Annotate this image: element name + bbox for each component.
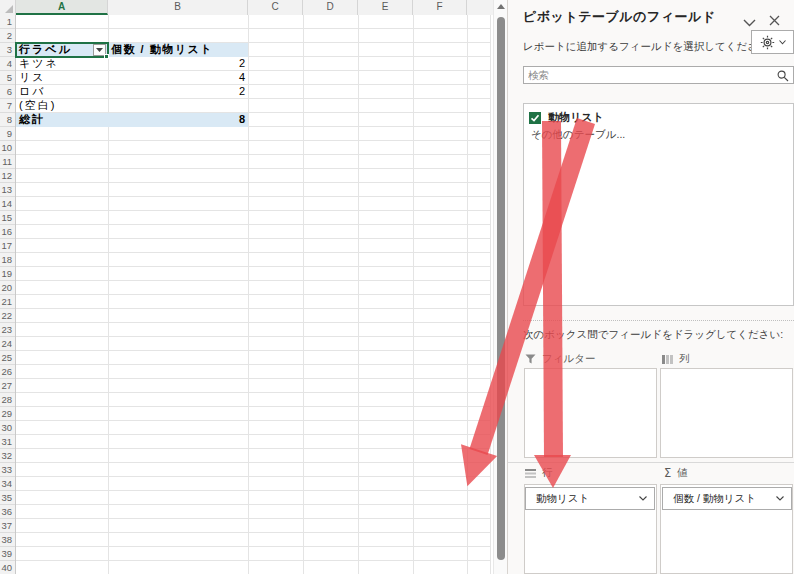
pivot-row-label[interactable]: キツネ (16, 57, 108, 71)
row-header-35[interactable]: 35 (0, 491, 15, 505)
filters-drop-area[interactable] (524, 368, 657, 458)
row-header-20[interactable]: 20 (0, 281, 15, 295)
chevron-down-icon[interactable] (776, 496, 791, 501)
row-header-38[interactable]: 38 (0, 533, 15, 547)
pivot-grand-total-label[interactable]: 総計 (16, 113, 108, 127)
row-header-40[interactable]: 40 (0, 561, 15, 574)
areas-divider (508, 462, 794, 463)
tools-button[interactable] (751, 30, 794, 54)
search-input[interactable] (528, 68, 773, 82)
pivot-value[interactable]: 4 (108, 71, 248, 85)
rows-field-pill[interactable]: 動物リスト (525, 487, 655, 510)
scroll-up-icon[interactable] (497, 4, 505, 9)
row-header-33[interactable]: 33 (0, 463, 15, 477)
row-header-31[interactable]: 31 (0, 435, 15, 449)
pivot-value[interactable]: 2 (108, 57, 248, 71)
drag-instruction: 次のボックス間でフィールドをドラッグしてください: (523, 328, 783, 342)
row-header-37[interactable]: 37 (0, 519, 15, 533)
select-all-triangle-icon (5, 5, 13, 13)
row-header-16[interactable]: 16 (0, 225, 15, 239)
row-header-6[interactable]: 6 (0, 85, 15, 99)
row-header-8[interactable]: 8 (0, 113, 15, 127)
excel-window: A B C D E F 1234567891011121314151617181… (0, 0, 794, 574)
row-header-10[interactable]: 10 (0, 141, 15, 155)
row-header-13[interactable]: 13 (0, 183, 15, 197)
pivot-row-label[interactable]: (空白) (16, 99, 108, 113)
worksheet: A B C D E F 1234567891011121314151617181… (0, 0, 493, 574)
row-header-27[interactable]: 27 (0, 379, 15, 393)
row-header-29[interactable]: 29 (0, 407, 15, 421)
row-header-25[interactable]: 25 (0, 351, 15, 365)
pane-close-button[interactable] (769, 12, 781, 24)
row-header-14[interactable]: 14 (0, 197, 15, 211)
column-header-b[interactable]: B (108, 0, 248, 15)
columns-area-label: 列 (662, 352, 690, 366)
field-item-label: 動物リスト (548, 110, 604, 125)
columns-drop-area[interactable] (660, 368, 793, 458)
chevron-down-icon[interactable] (639, 496, 654, 501)
row-header-26[interactable]: 26 (0, 365, 15, 379)
columns-icon (662, 355, 673, 364)
filters-area-label: フィルター (525, 352, 595, 366)
filters-area-text: フィルター (542, 352, 595, 366)
gear-icon (760, 35, 775, 50)
row-header-21[interactable]: 21 (0, 295, 15, 309)
rows-area-label: 行 (525, 466, 553, 480)
row-header-7[interactable]: 7 (0, 99, 15, 113)
field-item-animal-list[interactable]: 動物リスト (529, 110, 604, 125)
check-icon (530, 113, 540, 123)
fill-handle[interactable] (104, 54, 109, 59)
row-header-36[interactable]: 36 (0, 505, 15, 519)
row-header-3[interactable]: 3 (0, 43, 15, 57)
row-header-17[interactable]: 17 (0, 239, 15, 253)
sheet-vertical-scrollbar[interactable] (493, 0, 507, 574)
pivot-value[interactable] (108, 99, 248, 113)
row-header-11[interactable]: 11 (0, 155, 15, 169)
row-header-22[interactable]: 22 (0, 309, 15, 323)
row-header-1[interactable]: 1 (0, 15, 15, 29)
gridline (413, 15, 414, 574)
values-field-pill[interactable]: 個数 / 動物リスト (662, 487, 792, 510)
gridline (467, 15, 468, 574)
row-header-18[interactable]: 18 (0, 253, 15, 267)
pane-divider (523, 320, 794, 321)
pane-subtitle: レポートに追加するフィールドを選択してください: (523, 40, 772, 54)
row-header-5[interactable]: 5 (0, 71, 15, 85)
row-header-4[interactable]: 4 (0, 57, 15, 71)
row-header-19[interactable]: 19 (0, 267, 15, 281)
row-header-15[interactable]: 15 (0, 211, 15, 225)
gridline (490, 15, 491, 574)
search-icon[interactable] (777, 70, 789, 82)
column-header-partial[interactable] (467, 0, 493, 15)
row-header-32[interactable]: 32 (0, 449, 15, 463)
pane-collapse-button[interactable] (743, 13, 757, 23)
column-headers: A B C D E F (0, 0, 493, 15)
row-headers[interactable]: 1234567891011121314151617181920212223242… (0, 15, 16, 574)
row-header-28[interactable]: 28 (0, 393, 15, 407)
row-header-12[interactable]: 12 (0, 169, 15, 183)
field-checkbox-checked[interactable] (529, 112, 541, 124)
column-header-a[interactable]: A (16, 0, 108, 15)
pane-title: ピボットテーブルのフィールド (523, 8, 716, 26)
column-header-c[interactable]: C (248, 0, 303, 15)
pivot-value[interactable]: 2 (108, 85, 248, 99)
row-header-34[interactable]: 34 (0, 477, 15, 491)
row-header-30[interactable]: 30 (0, 421, 15, 435)
pivot-row-label[interactable]: ロバ (16, 85, 108, 99)
pivot-row-label[interactable]: リス (16, 71, 108, 85)
pivot-values-header[interactable]: 個数 / 動物リスト (108, 43, 248, 57)
row-header-2[interactable]: 2 (0, 29, 15, 43)
pivot-grand-total-value[interactable]: 8 (108, 113, 248, 127)
row-header-9[interactable]: 9 (0, 127, 15, 141)
row-header-39[interactable]: 39 (0, 547, 15, 561)
scrollbar-thumb[interactable] (497, 17, 505, 560)
row-header-24[interactable]: 24 (0, 337, 15, 351)
more-tables-link[interactable]: その他のテーブル... (531, 128, 625, 142)
column-header-e[interactable]: E (358, 0, 413, 15)
column-header-f[interactable]: F (413, 0, 467, 15)
row-header-23[interactable]: 23 (0, 323, 15, 337)
gridline (358, 15, 359, 574)
column-header-d[interactable]: D (303, 0, 358, 15)
rows-icon (525, 469, 536, 478)
select-all-corner[interactable] (0, 0, 16, 15)
